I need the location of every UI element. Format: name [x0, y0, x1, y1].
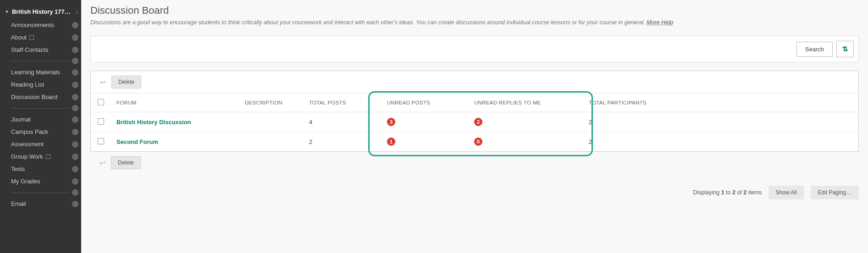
sidebar-item-label: Announcements — [11, 22, 54, 28]
sidebar-divider — [0, 187, 81, 198]
col-header-total-participants[interactable]: TOTAL PARTICIPANTS — [583, 94, 858, 112]
sidebar-item[interactable]: Email — [0, 198, 81, 210]
home-icon[interactable]: ⌂ — [75, 9, 78, 15]
row-checkbox[interactable] — [98, 138, 104, 144]
swap-icon: ⇅ — [842, 45, 848, 53]
sidebar-item[interactable]: Group Work — [0, 150, 81, 163]
col-header-checkbox — [91, 94, 111, 112]
chevron-down-icon: ▼ — [5, 9, 9, 14]
sidebar-item[interactable]: Assessment — [0, 138, 81, 150]
paging-text: items — [746, 189, 762, 196]
chevron-circle-icon[interactable] — [72, 141, 78, 148]
sidebar-divider — [0, 103, 81, 113]
cell-total-participants: 2 — [583, 132, 858, 152]
sidebar-item[interactable]: Reading List — [0, 78, 81, 91]
sidebar-item-label: My Grades — [11, 178, 40, 185]
chevron-circle-icon[interactable] — [72, 94, 78, 100]
table-footer: Displaying 1 to 2 of 2 items Show All Ed… — [90, 186, 859, 199]
paging-text: to — [724, 189, 732, 196]
unread-posts-badge[interactable]: 1 — [387, 138, 395, 146]
chevron-circle-icon[interactable] — [72, 201, 78, 207]
sidebar-item[interactable]: Learning Materials — [0, 66, 81, 78]
edit-paging-button[interactable]: Edit Paging… — [811, 186, 859, 199]
chevron-circle-icon[interactable] — [72, 154, 78, 160]
sidebar-item-label: Assessment — [11, 141, 44, 148]
sidebar-item[interactable]: Journal — [0, 113, 81, 126]
table-row: British History Discussion4322 — [91, 112, 858, 132]
forums-table-container: ↪ Delete FORUM DESCRIPTION TOTAL POSTS U… — [90, 71, 859, 152]
search-button[interactable]: Search — [796, 42, 833, 57]
chevron-circle-icon[interactable] — [72, 82, 78, 88]
sidebar-item-label: Group Work — [11, 153, 50, 160]
col-header-total-posts[interactable]: TOTAL POSTS — [304, 94, 381, 112]
paging-from: 1 — [721, 189, 724, 196]
sidebar-item[interactable]: Staff Contacts — [0, 44, 81, 56]
sidebar-item-label: Journal — [11, 116, 31, 123]
chevron-circle-icon[interactable] — [72, 34, 78, 41]
sidebar-item[interactable]: Announcements — [0, 19, 81, 31]
square-icon — [46, 154, 50, 159]
chevron-circle-icon[interactable] — [72, 166, 78, 172]
show-all-button[interactable]: Show All — [768, 186, 804, 199]
delete-button-top[interactable]: Delete — [111, 76, 141, 88]
sidebar-item[interactable]: Discussion Board — [0, 91, 81, 103]
chevron-circle-icon[interactable] — [72, 47, 78, 53]
select-all-checkbox[interactable] — [98, 99, 104, 105]
unread-replies-badge[interactable]: 0 — [474, 138, 482, 146]
col-header-unread-replies[interactable]: UNREAD REPLIES TO ME — [469, 94, 583, 112]
page-description: Discussions are a good way to encourage … — [90, 19, 859, 26]
sidebar-item-label: Email — [11, 200, 26, 207]
course-sidebar: ▼ British History 1774 - 190 ⌂ Announcem… — [0, 0, 81, 253]
sidebar-divider — [0, 56, 81, 66]
sidebar-item-label: Learning Materials — [11, 69, 60, 76]
chevron-circle-icon[interactable] — [72, 22, 78, 28]
chevron-circle-icon[interactable] — [72, 116, 78, 123]
cell-total-participants: 2 — [583, 112, 858, 132]
paging-text: of — [735, 189, 743, 196]
col-header-forum[interactable]: FORUM — [111, 94, 239, 112]
sidebar-item[interactable]: Campus Pack — [0, 126, 81, 138]
col-header-unread-posts[interactable]: UNREAD POSTS — [381, 94, 469, 112]
chevron-circle-icon[interactable] — [72, 189, 78, 196]
paging-text: Displaying — [693, 189, 721, 196]
more-help-link[interactable]: More Help — [647, 19, 673, 26]
bulk-actions-bottom: ↪ Delete — [90, 152, 859, 175]
cell-description — [239, 132, 304, 152]
unread-replies-badge[interactable]: 2 — [474, 118, 482, 126]
chevron-circle-icon[interactable] — [72, 58, 78, 64]
sidebar-item-label: Tests — [11, 165, 25, 172]
chevron-circle-icon[interactable] — [72, 69, 78, 76]
sidebar-item-label: Staff Contacts — [11, 46, 48, 53]
forum-link[interactable]: Second Forum — [116, 138, 158, 145]
page-title: Discussion Board — [90, 5, 859, 16]
forums-table: FORUM DESCRIPTION TOTAL POSTS UNREAD POS… — [91, 93, 858, 151]
course-header[interactable]: ▼ British History 1774 - 190 ⌂ — [0, 8, 81, 15]
sidebar-item-label: Reading List — [11, 81, 44, 88]
col-header-description[interactable]: DESCRIPTION — [239, 94, 304, 112]
square-icon — [29, 35, 34, 40]
chevron-circle-icon[interactable] — [72, 105, 78, 111]
chevron-circle-icon[interactable] — [72, 178, 78, 185]
sidebar-item-label: Discussion Board — [11, 94, 57, 100]
bulk-arrow-icon: ↪ — [100, 78, 106, 87]
sidebar-item[interactable]: Tests — [0, 163, 81, 175]
cell-total-posts: 4 — [304, 112, 381, 132]
delete-button-bottom[interactable]: Delete — [111, 156, 141, 169]
row-checkbox[interactable] — [98, 118, 104, 125]
sort-toggle-button[interactable]: ⇅ — [836, 41, 854, 57]
bulk-arrow-icon: ↪ — [100, 159, 105, 167]
action-bar: Search ⇅ — [90, 36, 859, 62]
chevron-circle-icon[interactable] — [72, 129, 78, 135]
paging-to: 2 — [732, 189, 735, 196]
paging-display: Displaying 1 to 2 of 2 items — [693, 189, 762, 196]
forum-link[interactable]: British History Discussion — [116, 119, 191, 126]
sidebar-item[interactable]: My Grades — [0, 175, 81, 187]
main-content: Discussion Board Discussions are a good … — [81, 0, 868, 253]
course-title: British History 1774 - 190 — [12, 8, 73, 15]
unread-posts-badge[interactable]: 3 — [387, 118, 395, 126]
sidebar-item-label: Campus Pack — [11, 128, 48, 135]
bulk-actions-top: ↪ Delete — [91, 71, 858, 93]
sidebar-item[interactable]: About — [0, 31, 81, 44]
sidebar-item-label: About — [11, 34, 34, 41]
page-description-text: Discussions are a good way to encourage … — [90, 19, 647, 26]
